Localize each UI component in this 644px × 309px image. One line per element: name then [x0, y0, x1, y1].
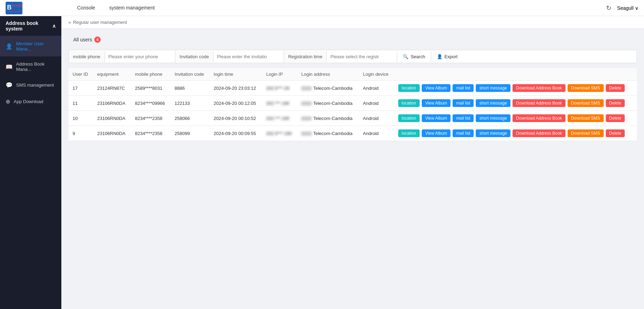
short-message-button[interactable]: short message — [476, 129, 510, 137]
mobile-phone-input[interactable] — [105, 51, 175, 62]
cell-equipment: 23124RN87C — [93, 81, 131, 96]
download-sms-button[interactable]: Download SMS — [568, 129, 604, 137]
registration-time-input[interactable] — [327, 51, 397, 62]
search-icon: 🔍 — [403, 54, 408, 59]
sidebar-item-address[interactable]: 📖 Address Book Mana... — [0, 56, 61, 77]
col-login-ip: Login IP — [262, 68, 297, 81]
logo: B 百云资源网 WWW.52BYW.CN — [6, 2, 62, 14]
view-album-button[interactable]: View Album — [422, 99, 450, 107]
delete-button[interactable]: Delete — [606, 84, 625, 92]
cell-login-time: 2024-09-20 23:03:12 — [210, 81, 262, 96]
mail-list-button[interactable]: mail list — [453, 114, 474, 122]
nav-tabs: Console system management — [70, 0, 162, 16]
cell-invitation-code: 8886 — [170, 81, 209, 96]
cell-equipment: 23106RN0DA — [93, 96, 131, 111]
cell-mobile-phone: 8234****09966 — [131, 96, 170, 111]
mail-list-button[interactable]: mail list — [453, 84, 474, 92]
delete-button[interactable]: Delete — [606, 99, 625, 107]
location-button[interactable]: location — [398, 99, 420, 107]
tab-row: All users 4 — [68, 34, 637, 45]
mail-list-button[interactable]: mail list — [453, 129, 474, 137]
download-address-book-button[interactable]: Download Address Book — [513, 84, 565, 92]
cell-mobile-phone: 2589****8031 — [131, 81, 170, 96]
cell-actions: location View Album mail list short mess… — [394, 81, 637, 96]
cell-actions: location View Album mail list short mess… — [394, 96, 637, 111]
cell-login-address: Telecom-Cambodia — [297, 96, 359, 111]
delete-button[interactable]: Delete — [606, 129, 625, 137]
data-table: User ID equipment mobile phone Invitatio… — [68, 68, 637, 141]
svg-text:B: B — [7, 4, 12, 11]
content-body: All users 4 mobile phone Invitation code… — [61, 29, 644, 309]
mail-list-button[interactable]: mail list — [453, 99, 474, 107]
cell-actions: location View Album mail list short mess… — [394, 126, 637, 141]
tab-console[interactable]: Console — [70, 0, 102, 16]
logo-image: B 百云资源网 WWW.52BYW.CN — [6, 2, 22, 14]
sidebar-item-sms[interactable]: 💬 SMS management — [0, 77, 61, 93]
table-row: 11 23106RN0DA 8234****09966 122133 2024-… — [68, 96, 637, 111]
cell-login-ip: 202.5***.29 — [262, 81, 297, 96]
sidebar-item-download[interactable]: ⊕ App Download — [0, 93, 61, 110]
sidebar-header: Address book system ∧ — [0, 16, 61, 36]
registration-time-label: Registration time — [284, 51, 327, 62]
location-button[interactable]: location — [398, 114, 420, 122]
col-invitation-code: Invitation code — [170, 68, 209, 81]
nav-right: ↻ Seagull ∨ — [606, 4, 638, 12]
invitation-code-input[interactable] — [213, 51, 284, 62]
cell-login-device: Android — [359, 111, 394, 126]
cell-login-address: Telecom-Cambodia — [297, 126, 359, 141]
refresh-icon[interactable]: ↻ — [606, 4, 611, 12]
download-sms-button[interactable]: Download SMS — [568, 84, 604, 92]
cell-invitation-code: 258066 — [170, 111, 209, 126]
location-button[interactable]: location — [398, 84, 420, 92]
chevron-up-icon[interactable]: ∧ — [52, 23, 56, 29]
action-group: location View Album mail list short mess… — [398, 84, 633, 92]
user-menu[interactable]: Seagull ∨ — [617, 5, 638, 11]
cell-login-address: Telecom-Cambodia — [297, 81, 359, 96]
location-button[interactable]: location — [398, 129, 420, 137]
cell-user-id: 9 — [68, 126, 93, 141]
delete-button[interactable]: Delete — [606, 114, 625, 122]
cell-invitation-code: 122133 — [170, 96, 209, 111]
top-nav: B 百云资源网 WWW.52BYW.CN Console system mana… — [0, 0, 644, 16]
cell-login-ip: 202.***.190 — [262, 111, 297, 126]
tab-all-users[interactable]: All users 4 — [68, 34, 106, 45]
export-button[interactable]: 👤 Export — [431, 51, 463, 62]
view-album-button[interactable]: View Album — [422, 129, 450, 137]
col-mobile-phone: mobile phone — [131, 68, 170, 81]
user-name: Seagull — [617, 5, 633, 11]
cell-invitation-code: 258099 — [170, 126, 209, 141]
short-message-button[interactable]: short message — [476, 114, 510, 122]
view-album-button[interactable]: View Album — [422, 84, 450, 92]
export-label: Export — [445, 54, 458, 59]
sidebar-item-label: SMS management — [16, 82, 54, 88]
invitation-code-label: Invitation code — [175, 51, 213, 62]
chevron-down-icon: ∨ — [635, 5, 638, 11]
cell-mobile-phone: 8234****2358 — [131, 111, 170, 126]
sidebar-item-label: Member User Mana... — [16, 41, 56, 52]
cell-login-device: Android — [359, 81, 394, 96]
download-address-book-button[interactable]: Download Address Book — [513, 114, 565, 122]
download-address-book-button[interactable]: Download Address Book — [513, 129, 565, 137]
user-count-badge: 4 — [94, 36, 101, 43]
action-group: location View Album mail list short mess… — [398, 114, 633, 122]
cell-login-time: 2024-09-20 00:09:55 — [210, 126, 262, 141]
short-message-button[interactable]: short message — [476, 99, 510, 107]
search-button[interactable]: 🔍 Search — [397, 51, 431, 62]
cell-equipment: 23106RN0DA — [93, 111, 131, 126]
tab-system[interactable]: system management — [102, 0, 162, 16]
action-group: location View Album mail list short mess… — [398, 99, 633, 107]
sidebar-title: Address book system — [6, 20, 52, 32]
download-icon: ⊕ — [6, 98, 10, 105]
cell-login-device: Android — [359, 96, 394, 111]
sidebar-item-member[interactable]: 👤 Member User Mana... — [0, 36, 61, 56]
col-login-address: Login address — [297, 68, 359, 81]
col-login-time: login time — [210, 68, 262, 81]
download-address-book-button[interactable]: Download Address Book — [513, 99, 565, 107]
download-sms-button[interactable]: Download SMS — [568, 114, 604, 122]
short-message-button[interactable]: short message — [476, 84, 510, 92]
search-label: Search — [411, 54, 425, 59]
table-row: 10 23106RN0DA 8234****2358 258066 2024-0… — [68, 111, 637, 126]
download-sms-button[interactable]: Download SMS — [568, 99, 604, 107]
cell-user-id: 11 — [68, 96, 93, 111]
view-album-button[interactable]: View Album — [422, 114, 450, 122]
